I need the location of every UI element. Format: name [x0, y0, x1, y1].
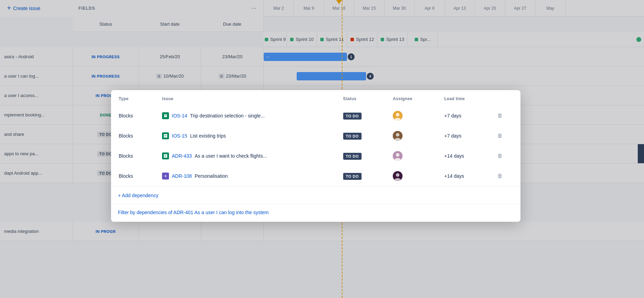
- issue-cell-adr433: ADR-433 As a user I want to check flight…: [162, 152, 328, 159]
- story-svg-adr433: [163, 154, 168, 158]
- lead-time-ios14: +7 days: [437, 106, 490, 125]
- lightning-icon-adr108: [162, 173, 169, 179]
- story-icon-ios15: [162, 132, 169, 139]
- avatar-adr108: [393, 171, 402, 181]
- col-leadtime-header: Lead time: [437, 91, 490, 105]
- avatar-img-adr108: [393, 171, 402, 181]
- issue-adr108: ADR-108 Personalisation: [155, 166, 335, 186]
- story-icon-ios14: [162, 112, 169, 119]
- story-icon-adr433: [162, 152, 169, 159]
- actions-ios14[interactable]: 🗑: [490, 106, 520, 125]
- table-row: Blocks ADR-108 Personalisation TO DO: [112, 166, 520, 186]
- avatar-ios15: [393, 131, 402, 141]
- avatar-img-ios14: [393, 111, 402, 121]
- svg-point-1: [396, 113, 399, 116]
- modal-table: Type Issue Status Assignee Lead time Blo…: [111, 90, 520, 186]
- type-ios15: Blocks: [112, 126, 154, 146]
- filter-dependencies-link[interactable]: Filter by dependencies of ADR-401 As a u…: [118, 210, 269, 215]
- lead-time-ios15: +7 days: [437, 126, 490, 146]
- status-ios15: TO DO: [336, 126, 385, 146]
- lightning-svg-adr108: [163, 174, 168, 178]
- issue-cell-ios14: IOS-14 Trip destination selection - sing…: [162, 112, 328, 119]
- table-row: Blocks IOS-14 Trip destination selection…: [112, 106, 520, 125]
- status-ios14: TO DO: [336, 106, 385, 125]
- status-adr433: TO DO: [336, 146, 385, 166]
- actions-ios15[interactable]: 🗑: [490, 126, 520, 146]
- assignee-adr433: [386, 146, 437, 166]
- filter-link-row: Filter by dependencies of ADR-401 As a u…: [111, 204, 520, 222]
- issue-cell-adr108: ADR-108 Personalisation: [162, 173, 328, 179]
- actions-adr108[interactable]: 🗑: [490, 166, 520, 186]
- modal-header-row: Type Issue Status Assignee Lead time: [112, 91, 520, 105]
- type-ios14: Blocks: [112, 106, 154, 125]
- type-adr433: Blocks: [112, 146, 154, 166]
- avatar-img-adr433: [393, 151, 402, 161]
- issue-title-adr433: As a user I want to check flights...: [195, 153, 267, 159]
- add-dependency-row: + Add dependency: [111, 186, 520, 204]
- issue-id-ios15[interactable]: IOS-15: [172, 133, 187, 139]
- col-actions-header: [490, 91, 520, 105]
- avatar-ios14: [393, 111, 402, 121]
- avatar-img-ios15: [393, 131, 402, 141]
- delete-icon-ios14[interactable]: 🗑: [497, 113, 503, 119]
- col-issue-header: Issue: [155, 91, 335, 105]
- dependencies-modal: Type Issue Status Assignee Lead time Blo…: [111, 90, 520, 222]
- col-status-header: Status: [336, 91, 385, 105]
- svg-rect-7: [164, 154, 167, 158]
- add-dependency-button[interactable]: + Add dependency: [118, 193, 158, 198]
- delete-icon-adr433[interactable]: 🗑: [497, 153, 503, 159]
- lead-time-adr108: +14 days: [437, 166, 490, 186]
- issue-ios15: IOS-15 List existing trips: [155, 126, 335, 146]
- story-svg-ios15: [163, 134, 168, 138]
- status-adr108: TO DO: [336, 166, 385, 186]
- svg-point-13: [396, 173, 399, 177]
- issue-title-ios14: Trip destination selection - single...: [190, 113, 265, 119]
- issue-title-ios15: List existing trips: [190, 133, 226, 139]
- modal-status-badge-ios14: TO DO: [343, 113, 362, 120]
- modal-status-badge-adr108: TO DO: [343, 173, 362, 180]
- issue-cell-ios15: IOS-15 List existing trips: [162, 132, 328, 139]
- issue-title-adr108: Personalisation: [195, 173, 228, 179]
- svg-marker-11: [164, 174, 167, 178]
- issue-id-adr108[interactable]: ADR-108: [172, 173, 192, 179]
- actions-adr433[interactable]: 🗑: [490, 146, 520, 166]
- col-assignee-header: Assignee: [386, 91, 437, 105]
- modal-thead: Type Issue Status Assignee Lead time: [112, 91, 520, 105]
- assignee-ios14: [386, 106, 437, 125]
- issue-id-adr433[interactable]: ADR-433: [172, 153, 192, 159]
- issue-adr433: ADR-433 As a user I want to check flight…: [155, 146, 335, 166]
- col-type-header: Type: [112, 91, 154, 105]
- svg-rect-3: [164, 134, 167, 138]
- issue-id-ios14[interactable]: IOS-14: [172, 113, 187, 119]
- modal-body: Blocks IOS-14 Trip destination selection…: [112, 106, 520, 186]
- lead-time-adr433: +14 days: [437, 146, 490, 166]
- table-row: Blocks ADR-433 As a user I want to check…: [112, 146, 520, 166]
- avatar-adr433: [393, 151, 402, 161]
- svg-point-9: [396, 153, 399, 157]
- delete-icon-ios15[interactable]: 🗑: [497, 133, 503, 139]
- story-svg-ios14: [163, 114, 168, 118]
- assignee-ios15: [386, 126, 437, 146]
- type-adr108: Blocks: [112, 166, 154, 186]
- modal-status-badge-ios15: TO DO: [343, 133, 362, 140]
- delete-icon-adr108[interactable]: 🗑: [497, 173, 503, 179]
- svg-point-5: [396, 133, 399, 137]
- table-row: Blocks IOS-15 List existing trips TO DO: [112, 126, 520, 146]
- assignee-adr108: [386, 166, 437, 186]
- issue-ios14: IOS-14 Trip destination selection - sing…: [155, 106, 335, 125]
- modal-status-badge-adr433: TO DO: [343, 153, 362, 160]
